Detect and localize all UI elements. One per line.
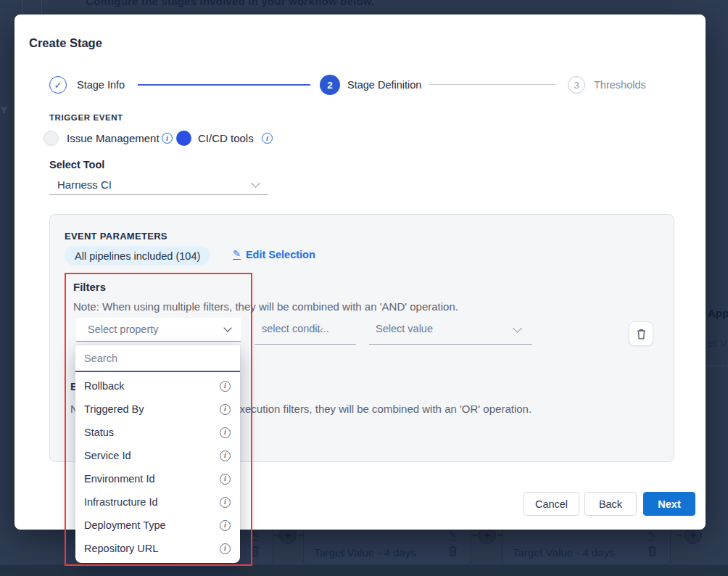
step-stage-definition[interactable]: 2 xyxy=(320,75,340,95)
step-number: 2 xyxy=(327,80,333,91)
bg-dashed-connector xyxy=(298,535,304,536)
radio-label-issue-management: Issue Management xyxy=(67,132,160,144)
edit-icon: ✎ xyxy=(233,250,241,260)
property-dropdown-list: Rollback i Triggered By i Status i Servi… xyxy=(75,372,240,560)
info-icon[interactable]: i xyxy=(162,133,173,144)
property-dropdown-panel: Rollback i Triggered By i Status i Servi… xyxy=(75,345,240,563)
info-icon[interactable]: i xyxy=(220,450,231,461)
check-icon: ✓ xyxy=(54,80,62,91)
step-label-stage-info: Stage Info xyxy=(77,79,125,91)
info-icon[interactable]: i xyxy=(220,520,231,531)
modal-title: Create Stage xyxy=(29,36,102,50)
dropdown-item-label: Repository URL xyxy=(84,543,158,554)
radio-cicd-tools[interactable] xyxy=(176,131,191,146)
bg-text-fragment: Appr xyxy=(708,307,728,319)
select-property-dropdown[interactable]: Select property xyxy=(76,318,241,342)
filters-heading: Filters xyxy=(73,281,106,293)
bg-dashed-connector xyxy=(707,366,728,366)
trigger-event-label: TRIGGER EVENT xyxy=(49,113,123,122)
bg-text-fragment: Y xyxy=(1,104,7,115)
dropdown-item-label: Triggered By xyxy=(84,403,144,415)
chevron-down-icon xyxy=(251,178,260,188)
select-property-placeholder: Select property xyxy=(88,324,159,335)
select-tool-underline xyxy=(49,194,268,195)
select-tool-label: Select Tool xyxy=(49,159,104,170)
info-icon[interactable]: i xyxy=(220,497,231,508)
bg-dashed-connector xyxy=(273,535,278,536)
stepper-connector xyxy=(429,84,555,85)
page: Configure the stages involved in your wo… xyxy=(0,0,728,576)
step-number: 3 xyxy=(574,80,579,91)
info-icon[interactable]: i xyxy=(220,381,231,392)
dropdown-item[interactable]: Service Id i xyxy=(75,444,240,467)
edit-selection-label: Edit Selection xyxy=(246,249,315,260)
dropdown-item-label: Service Id xyxy=(84,450,131,461)
radio-label-cicd-tools: CI/CD tools xyxy=(198,132,254,144)
event-parameters-heading: EVENT PARAMETERS xyxy=(65,231,167,242)
bg-stage-card: Target Value - 4 days ✎ xyxy=(502,528,671,565)
bg-footer-strip xyxy=(0,565,728,576)
info-icon[interactable]: i xyxy=(220,404,231,415)
select-condition-underline xyxy=(255,344,356,345)
stepper-connector xyxy=(138,84,310,86)
filters-note: Note: When using multiple filters, they … xyxy=(73,300,458,313)
bg-stage-card: Target Value - 4 days ✎ xyxy=(303,528,471,565)
step-label-stage-definition: Stage Definition xyxy=(347,79,421,91)
dropdown-item-label: Infrastructure Id xyxy=(84,496,158,508)
radio-issue-management[interactable] xyxy=(44,131,59,146)
info-icon[interactable]: i xyxy=(262,133,273,144)
edit-icon: ✎ xyxy=(449,530,456,540)
bg-divider xyxy=(22,0,22,15)
dropdown-item[interactable]: Deployment Type i xyxy=(75,514,240,537)
search-input[interactable] xyxy=(75,345,240,372)
dropdown-item[interactable]: Status i xyxy=(75,421,240,444)
info-icon[interactable]: i xyxy=(220,427,231,438)
dropdown-item[interactable]: Infrastructure Id i xyxy=(75,490,240,514)
dropdown-item-label: Rollback xyxy=(84,380,125,392)
info-icon[interactable]: i xyxy=(220,543,231,554)
bg-dashed-connector xyxy=(497,535,503,536)
dropdown-item-label: Environment Id xyxy=(84,473,155,485)
trash-icon xyxy=(250,546,260,559)
step-label-thresholds: Thresholds xyxy=(594,79,646,91)
bg-divider xyxy=(41,0,42,15)
edit-icon: ✎ xyxy=(251,530,258,540)
cancel-button[interactable]: Cancel xyxy=(524,492,579,516)
bg-text-fragment: et V xyxy=(708,337,727,349)
step-stage-info[interactable]: ✓ xyxy=(49,76,67,94)
edit-selection-link[interactable]: ✎ Edit Selection xyxy=(233,249,315,260)
dropdown-item[interactable]: Repository URL i xyxy=(75,537,240,560)
select-tool-value[interactable]: Harness CI xyxy=(57,178,112,191)
info-icon[interactable]: i xyxy=(220,474,231,485)
chevron-down-icon xyxy=(513,324,522,333)
trash-icon xyxy=(448,546,458,559)
dropdown-item[interactable]: Environment Id i xyxy=(75,467,240,490)
step-thresholds[interactable]: 3 xyxy=(568,76,585,94)
dropdown-item[interactable]: Triggered By i xyxy=(75,398,240,421)
dropdown-item-label: Deployment Type xyxy=(84,519,166,531)
select-value-underline xyxy=(369,344,532,345)
edit-icon: ✎ xyxy=(648,530,655,540)
bg-dashed-connector xyxy=(677,535,683,536)
delete-filter-button[interactable] xyxy=(629,321,653,346)
bg-card-label: Target Value - 4 days xyxy=(513,546,615,559)
trash-icon xyxy=(648,546,657,559)
next-button[interactable]: Next xyxy=(643,492,695,516)
chevron-down-icon xyxy=(223,324,231,332)
bg-card-label: Target Value - 4 days xyxy=(314,546,416,559)
dropdown-item-label: Status xyxy=(84,427,114,438)
back-button[interactable]: Back xyxy=(584,492,637,516)
bg-dashed-connector xyxy=(472,535,478,536)
bg-page-heading: Configure the stages involved in your wo… xyxy=(86,0,374,7)
trash-icon xyxy=(637,329,646,340)
dropdown-item[interactable]: Rollback i xyxy=(75,374,240,398)
pipelines-included-badge: All pipelines included (104) xyxy=(65,246,210,266)
select-value-dropdown[interactable]: Select value xyxy=(376,323,433,334)
